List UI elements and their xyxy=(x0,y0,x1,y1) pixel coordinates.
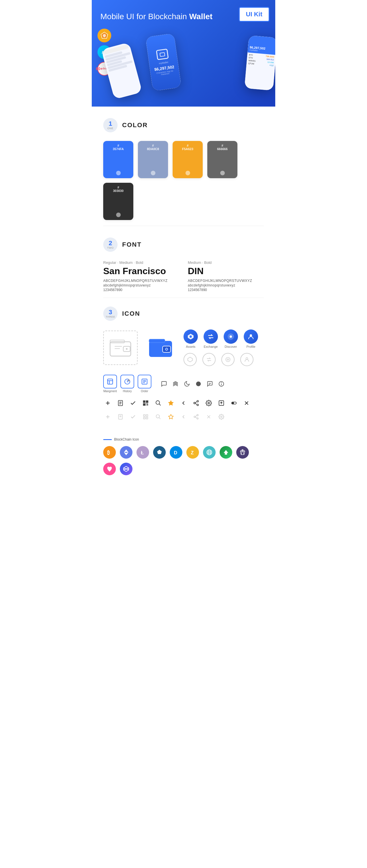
font-din-name: DIN xyxy=(188,266,264,276)
stack-icon xyxy=(171,379,180,389)
svg-marker-94 xyxy=(126,450,129,452)
section-number-3: 3 THREE xyxy=(103,307,117,321)
message-icon xyxy=(205,379,215,389)
svg-rect-51 xyxy=(144,404,145,405)
circle-icon xyxy=(194,379,203,389)
svg-marker-20 xyxy=(188,357,193,362)
swatch-darkgray: #666666 xyxy=(207,141,237,178)
svg-line-59 xyxy=(159,404,161,406)
blockchain-section: BlockChain Icon ₿ Ł D Z xyxy=(92,432,275,487)
star-icon xyxy=(166,399,175,408)
svg-point-85 xyxy=(197,414,198,416)
love-icon xyxy=(103,463,116,475)
svg-point-18 xyxy=(230,336,232,338)
svg-point-86 xyxy=(194,416,196,418)
svg-point-21 xyxy=(226,358,230,362)
gem-icon xyxy=(236,446,249,459)
arrowup-icon xyxy=(220,446,232,459)
svg-point-61 xyxy=(197,401,199,402)
blockchain-label: BlockChain Icon xyxy=(103,437,264,441)
tab-management: Mangment xyxy=(103,375,117,393)
hero-phones: myWallet $6,297,502 Characters may be ma… xyxy=(101,26,266,89)
swatch-blue: #3574FA xyxy=(103,141,133,178)
font-din-label: Medium · Bold xyxy=(188,260,264,265)
wallet-icon-filled xyxy=(143,331,178,365)
svg-text:Ł: Ł xyxy=(141,450,144,455)
chevron-left-icon-faded xyxy=(179,412,188,422)
star-icon-faded xyxy=(166,412,175,422)
swatch-gray: #8DA0C8 xyxy=(138,141,168,178)
lattice-icon xyxy=(203,446,216,459)
svg-marker-107 xyxy=(224,450,228,455)
svg-point-63 xyxy=(197,404,199,406)
ethereum-icon xyxy=(120,446,133,459)
svg-line-83 xyxy=(159,418,161,419)
svg-rect-50 xyxy=(147,401,148,402)
icon-section: 3 THREE ICON xyxy=(92,298,275,432)
dash-icon: D xyxy=(170,446,182,459)
svg-rect-79 xyxy=(146,415,148,416)
svg-marker-97 xyxy=(124,452,126,455)
font-sf: Regular · Medium · Bold San Francisco AB… xyxy=(103,260,179,292)
svg-rect-78 xyxy=(144,415,145,416)
small-icons-row xyxy=(160,379,226,389)
font-din-lowercase: abcdefghijklmnopqrstuvwxyz xyxy=(188,283,264,287)
section-number-1: 1 ONE xyxy=(103,118,117,132)
close-icon-faded xyxy=(204,412,213,422)
color-section: 1 ONE COLOR #3574FA #8DA0C8 #F5A623 #666… xyxy=(92,106,275,226)
tab-history: ! History xyxy=(120,375,134,393)
svg-marker-84 xyxy=(169,414,173,419)
svg-rect-80 xyxy=(144,417,145,419)
wallet-icon-wireframe xyxy=(103,331,138,365)
icon-exchange-outline xyxy=(202,353,216,366)
tab-order: Order xyxy=(138,375,151,393)
icon-discover-outline xyxy=(221,353,234,366)
svg-rect-49 xyxy=(144,401,145,402)
swatch-orange: #F5A623 xyxy=(173,141,203,178)
settings-icon-faded xyxy=(217,412,226,422)
font-grid: Regular · Medium · Bold San Francisco AB… xyxy=(103,260,264,292)
svg-marker-95 xyxy=(124,450,126,452)
colored-icons-col: Assets Exchange xyxy=(184,330,258,366)
litecoin-icon: Ł xyxy=(137,446,149,459)
svg-rect-81 xyxy=(146,417,148,419)
document-icon-faded xyxy=(116,412,125,422)
svg-rect-3 xyxy=(110,342,131,356)
font-sf-name: San Francisco xyxy=(103,266,179,276)
svg-marker-96 xyxy=(126,452,129,455)
svg-point-5 xyxy=(126,348,128,350)
wing-icon xyxy=(153,446,166,459)
phone-mockup-left xyxy=(101,42,142,100)
polygon-icon xyxy=(120,463,133,475)
svg-point-34 xyxy=(196,381,201,386)
icon-large-row: Assets Exchange xyxy=(103,330,264,366)
swatch-black: #303030 xyxy=(103,183,133,220)
plus-icon xyxy=(103,399,112,408)
svg-point-62 xyxy=(194,402,196,404)
svg-point-66 xyxy=(208,402,209,404)
colored-icons-row-active: Assets Exchange xyxy=(184,330,258,348)
check-icon-faded xyxy=(129,412,138,422)
grid-icon-faded xyxy=(141,412,150,422)
share-icon xyxy=(192,399,201,408)
icon-assets: Assets xyxy=(184,330,198,348)
svg-line-88 xyxy=(195,417,197,418)
info-icon xyxy=(217,379,226,389)
font-section: 2 TWO FONT Regular · Medium · Bold San F… xyxy=(92,226,275,298)
hero-section: Mobile UI for Blockchain Wallet UI Kit P… xyxy=(92,0,275,106)
font-din-uppercase: ABCDEFGHIJKLMNOPQRSTUVWXYZ xyxy=(188,279,264,283)
icon-assets-outline xyxy=(184,353,197,366)
svg-line-89 xyxy=(195,416,197,416)
bitcoin-icon: ₿ xyxy=(103,446,116,459)
font-sf-label: Regular · Medium · Bold xyxy=(103,260,179,265)
crypto-icons-row: ₿ Ł D Z xyxy=(103,446,264,475)
color-section-header: 1 ONE COLOR xyxy=(103,118,264,132)
icon-profile: Profile xyxy=(244,330,258,348)
phone-mockup-right: $6,297,502 myWallet BTC 738-2003 ETH 564… xyxy=(244,35,275,91)
svg-point-16 xyxy=(190,336,192,338)
font-sf-uppercase: ABCDEFGHIJKLMNOPQRSTUVWXYZ xyxy=(103,279,179,283)
zcash-icon: Z xyxy=(186,446,199,459)
close-icon xyxy=(242,399,251,408)
section-number-2: 2 TWO xyxy=(103,238,117,252)
font-sf-lowercase: abcdefghijklmnopqrstuvwxyz xyxy=(103,283,179,287)
